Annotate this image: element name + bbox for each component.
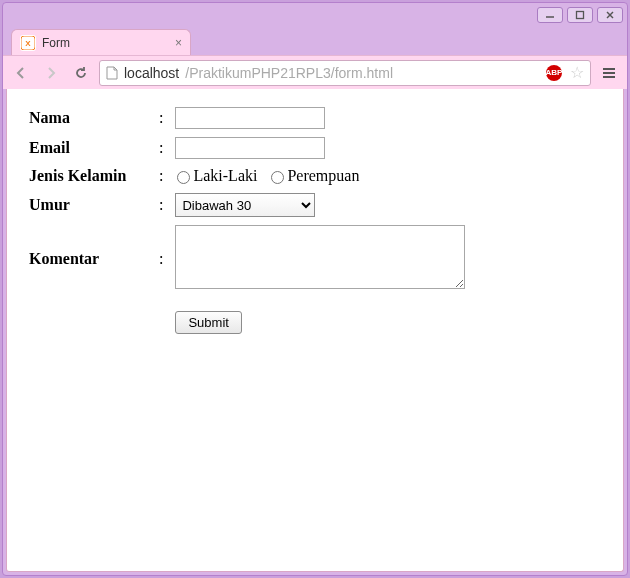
minimize-icon [545, 10, 555, 20]
svg-text:X: X [25, 39, 31, 48]
main-form: Nama : Email : Jenis Kelamin : Laki-L [23, 103, 607, 338]
window-maximize-button[interactable] [567, 7, 593, 23]
tab-title: Form [42, 36, 70, 50]
label-email: Email [23, 133, 153, 163]
radio-group-jenis-kelamin: Laki-Laki Perempuan [175, 167, 367, 184]
addressbar-right: ABP ☆ [546, 65, 584, 81]
row-jenis-kelamin: Jenis Kelamin : Laki-Laki Perempuan [23, 163, 471, 189]
back-button[interactable] [9, 61, 33, 85]
colon: : [153, 133, 169, 163]
bookmark-star-icon[interactable]: ☆ [570, 65, 584, 81]
page-icon [106, 66, 118, 80]
label-komentar: Komentar [23, 221, 153, 297]
close-icon [605, 10, 615, 20]
window-titlebar [3, 3, 627, 27]
radio-perempuan-label[interactable]: Perempuan [269, 167, 359, 184]
hamburger-icon [601, 65, 617, 81]
label-nama: Nama [23, 103, 153, 133]
row-submit: Submit [23, 297, 471, 338]
label-umur: Umur [23, 189, 153, 221]
radio-laki[interactable] [177, 171, 190, 184]
forward-button[interactable] [39, 61, 63, 85]
tab-close-button[interactable]: × [175, 37, 182, 49]
form-table: Nama : Email : Jenis Kelamin : Laki-L [23, 103, 471, 338]
row-email: Email : [23, 133, 471, 163]
url-path: /PraktikumPHP21RPL3/form.html [185, 65, 393, 81]
arrow-left-icon [13, 65, 29, 81]
colon: : [153, 189, 169, 221]
tab-strip: X Form × [3, 27, 627, 55]
colon: : [153, 103, 169, 133]
page-viewport: Nama : Email : Jenis Kelamin : Laki-L [6, 89, 624, 572]
input-email[interactable] [175, 137, 325, 159]
browser-tab[interactable]: X Form × [11, 29, 191, 55]
radio-laki-label[interactable]: Laki-Laki [175, 167, 261, 184]
radio-laki-text: Laki-Laki [193, 167, 257, 184]
colon: : [153, 163, 169, 189]
window-minimize-button[interactable] [537, 7, 563, 23]
row-umur: Umur : Dibawah 30 [23, 189, 471, 221]
select-umur[interactable]: Dibawah 30 [175, 193, 315, 217]
url-host: localhost [124, 65, 179, 81]
radio-perempuan-text: Perempuan [287, 167, 359, 184]
label-jenis-kelamin: Jenis Kelamin [23, 163, 153, 189]
xampp-favicon-icon: X [20, 35, 36, 51]
svg-rect-1 [577, 12, 584, 19]
reload-icon [73, 65, 89, 81]
row-nama: Nama : [23, 103, 471, 133]
reload-button[interactable] [69, 61, 93, 85]
browser-toolbar: localhost/PraktikumPHP21RPL3/form.html A… [3, 55, 627, 89]
input-nama[interactable] [175, 107, 325, 129]
menu-button[interactable] [597, 61, 621, 85]
abp-badge-icon[interactable]: ABP [546, 65, 562, 81]
row-komentar: Komentar : [23, 221, 471, 297]
maximize-icon [575, 10, 585, 20]
submit-button[interactable]: Submit [175, 311, 241, 334]
window-close-button[interactable] [597, 7, 623, 23]
textarea-komentar[interactable] [175, 225, 465, 289]
address-bar[interactable]: localhost/PraktikumPHP21RPL3/form.html A… [99, 60, 591, 86]
arrow-right-icon [43, 65, 59, 81]
browser-window: X Form × localhost/PraktikumPHP21RPL3/fo… [2, 2, 628, 576]
colon: : [153, 221, 169, 297]
radio-perempuan[interactable] [271, 171, 284, 184]
